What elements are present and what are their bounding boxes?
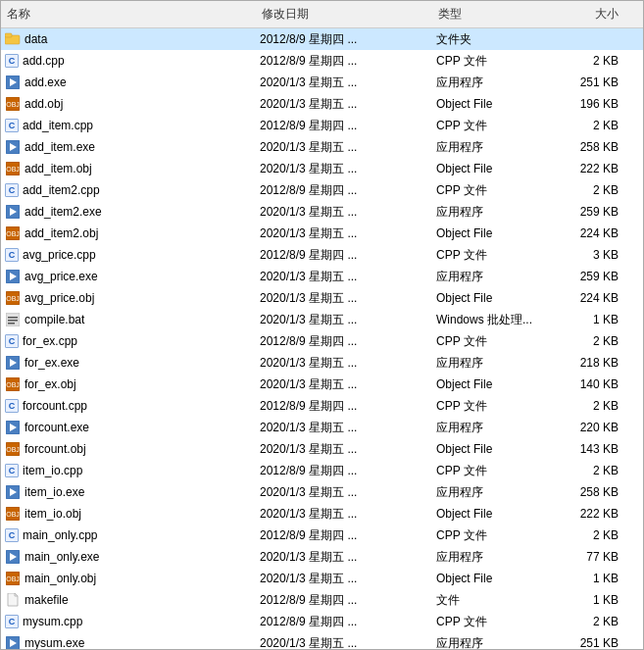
file-size: 2 KB [550, 464, 628, 477]
table-row[interactable]: C forcount.cpp 2012/8/9 星期四 ... CPP 文件 2… [1, 395, 643, 417]
table-row[interactable]: OBJ add.obj 2020/1/3 星期五 ... Object File… [1, 93, 643, 115]
svg-rect-19 [8, 317, 18, 319]
file-icon [5, 592, 21, 608]
table-row[interactable]: C add_item2.cpp 2012/8/9 星期四 ... CPP 文件 … [1, 179, 643, 201]
file-date: 2020/1/3 星期五 ... [256, 441, 432, 458]
table-row[interactable]: compile.bat 2020/1/3 星期五 ... Windows 批处理… [1, 309, 643, 330]
file-date: 2012/8/9 星期四 ... [256, 118, 432, 134]
table-row[interactable]: C avg_price.cpp 2012/8/9 星期四 ... CPP 文件 … [1, 244, 643, 266]
file-name: C avg_price.cpp [1, 248, 256, 262]
table-row[interactable]: OBJ for_ex.obj 2020/1/3 星期五 ... Object F… [1, 374, 643, 395]
table-row[interactable]: data 2012/8/9 星期四 ... 文件夹 [1, 28, 643, 50]
file-date: 2020/1/3 星期五 ... [256, 635, 432, 650]
table-row[interactable]: mysum.exe 2020/1/3 星期五 ... 应用程序 251 KB [1, 632, 643, 649]
table-row[interactable]: main_only.exe 2020/1/3 星期五 ... 应用程序 77 K… [1, 546, 643, 568]
file-type: CPP 文件 [432, 614, 550, 630]
svg-text:OBJ: OBJ [6, 101, 20, 108]
table-row[interactable]: forcount.exe 2020/1/3 星期五 ... 应用程序 220 K… [1, 417, 643, 438]
table-row[interactable]: OBJ add_item.obj 2020/1/3 星期五 ... Object… [1, 158, 643, 179]
table-row[interactable]: OBJ main_only.obj 2020/1/3 星期五 ... Objec… [1, 568, 643, 589]
file-type: 应用程序 [432, 204, 550, 221]
table-row[interactable]: C add.cpp 2012/8/9 星期四 ... CPP 文件 2 KB [1, 50, 643, 72]
exe-icon [5, 635, 21, 649]
table-row[interactable]: OBJ item_io.obj 2020/1/3 星期五 ... Object … [1, 503, 643, 525]
exe-icon [5, 484, 21, 500]
table-row[interactable]: OBJ add_item2.obj 2020/1/3 星期五 ... Objec… [1, 223, 643, 244]
table-row[interactable]: C item_io.cpp 2012/8/9 星期四 ... CPP 文件 2 … [1, 460, 643, 481]
obj-icon: OBJ [5, 290, 21, 306]
file-type: 应用程序 [432, 139, 550, 156]
file-date: 2020/1/3 星期五 ... [256, 420, 432, 436]
file-name: OBJ main_only.obj [1, 571, 256, 586]
header-date[interactable]: 修改日期 [256, 4, 432, 25]
obj-icon: OBJ [5, 441, 21, 457]
table-row[interactable]: C mysum.cpp 2012/8/9 星期四 ... CPP 文件 2 KB [1, 611, 643, 632]
file-name: C for_ex.cpp [1, 334, 256, 348]
file-type: 文件 [432, 592, 550, 609]
file-date: 2020/1/3 星期五 ... [256, 312, 432, 328]
header-type[interactable]: 类型 [432, 4, 550, 25]
table-row[interactable]: C for_ex.cpp 2012/8/9 星期四 ... CPP 文件 2 K… [1, 330, 643, 352]
file-name: C add_item2.cpp [1, 183, 256, 197]
table-row[interactable]: OBJ avg_price.obj 2020/1/3 星期五 ... Objec… [1, 287, 643, 309]
table-row[interactable]: avg_price.exe 2020/1/3 星期五 ... 应用程序 259 … [1, 266, 643, 287]
file-date: 2012/8/9 星期四 ... [256, 247, 432, 264]
table-row[interactable]: OBJ forcount.obj 2020/1/3 星期五 ... Object… [1, 438, 643, 460]
file-size: 251 KB [550, 75, 628, 89]
file-list[interactable]: data 2012/8/9 星期四 ... 文件夹 C add.cpp 2012… [1, 28, 643, 649]
file-name-text: add_item.exe [25, 140, 95, 154]
file-name: data [1, 31, 256, 47]
cpp-icon: C [5, 615, 19, 628]
file-size: 196 KB [550, 97, 628, 111]
table-row[interactable]: add_item2.exe 2020/1/3 星期五 ... 应用程序 259 … [1, 201, 643, 223]
table-row[interactable]: C main_only.cpp 2012/8/9 星期四 ... CPP 文件 … [1, 525, 643, 546]
file-size: 1 KB [550, 593, 628, 607]
file-name-text: add.exe [25, 75, 67, 89]
file-type: CPP 文件 [432, 182, 550, 199]
svg-text:OBJ: OBJ [6, 381, 20, 388]
table-row[interactable]: for_ex.exe 2020/1/3 星期五 ... 应用程序 218 KB [1, 352, 643, 374]
file-date: 2012/8/9 星期四 ... [256, 614, 432, 630]
svg-rect-21 [8, 323, 15, 325]
svg-text:OBJ: OBJ [6, 511, 20, 518]
file-size: 2 KB [550, 528, 628, 542]
file-date: 2012/8/9 星期四 ... [256, 53, 432, 70]
file-name-text: add.cpp [23, 54, 65, 68]
cpp-icon: C [5, 528, 19, 542]
table-row[interactable]: makefile 2012/8/9 星期四 ... 文件 1 KB [1, 589, 643, 611]
file-name-text: item_io.obj [25, 507, 81, 521]
file-date: 2012/8/9 星期四 ... [256, 527, 432, 544]
file-size: 3 KB [550, 248, 628, 262]
exe-icon [5, 549, 21, 565]
file-name-text: add_item2.exe [25, 205, 102, 219]
file-date: 2020/1/3 星期五 ... [256, 376, 432, 393]
exe-icon [5, 75, 21, 90]
header-size[interactable]: 大小 [550, 4, 628, 25]
obj-icon: OBJ [5, 376, 21, 392]
file-type: CPP 文件 [432, 463, 550, 479]
cpp-icon: C [5, 183, 19, 197]
cpp-icon: C [5, 464, 19, 477]
table-row[interactable]: item_io.exe 2020/1/3 星期五 ... 应用程序 258 KB [1, 481, 643, 503]
table-row[interactable]: add.exe 2020/1/3 星期五 ... 应用程序 251 KB [1, 72, 643, 93]
file-type: CPP 文件 [432, 333, 550, 350]
exe-icon [5, 420, 21, 435]
file-manager: 名称 修改日期 类型 大小 data 2012/8/9 星期四 ... 文件夹 … [0, 0, 644, 650]
cpp-icon: C [5, 248, 19, 262]
file-size: 2 KB [550, 119, 628, 132]
table-row[interactable]: C add_item.cpp 2012/8/9 星期四 ... CPP 文件 2… [1, 115, 643, 136]
exe-icon [5, 269, 21, 284]
file-date: 2020/1/3 星期五 ... [256, 75, 432, 91]
file-date: 2012/8/9 星期四 ... [256, 182, 432, 199]
file-type: Object File [432, 377, 550, 391]
file-size: 2 KB [550, 54, 628, 68]
folder-icon [5, 31, 21, 47]
file-size: 218 KB [550, 356, 628, 370]
file-name: add_item2.exe [1, 204, 256, 220]
file-type: 应用程序 [432, 269, 550, 285]
file-type: Windows 批处理... [432, 312, 550, 328]
file-type: Object File [432, 507, 550, 521]
header-name[interactable]: 名称 [1, 4, 256, 25]
table-row[interactable]: add_item.exe 2020/1/3 星期五 ... 应用程序 258 K… [1, 136, 643, 158]
file-date: 2012/8/9 星期四 ... [256, 31, 432, 48]
